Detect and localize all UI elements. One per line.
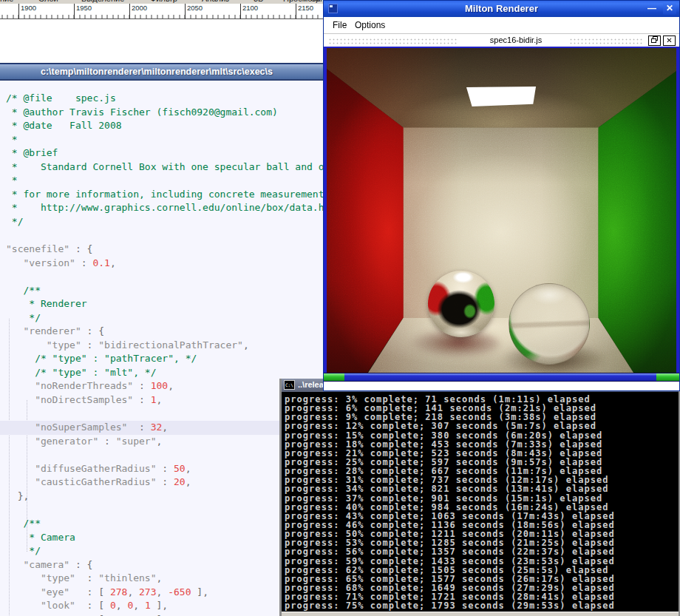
console-line: progress: 40% complete; 984 seconds (16m…	[285, 502, 615, 511]
code-line: "type" : "thinlens",	[6, 572, 323, 586]
console-line: progress: 15% complete; 380 seconds (6m:…	[285, 430, 615, 439]
editor-title: c:\temp\miltonrenderer\miltonrenderer\ml…	[41, 67, 323, 77]
console-line: progress: 21% complete; 523 seconds (8m:…	[285, 448, 615, 457]
code-line: "look" : [ 0, 0, 1 ],	[6, 599, 323, 613]
console-line: progress: 25% complete; 597 seconds (9m:…	[285, 457, 615, 466]
progress-segment-green	[656, 373, 679, 381]
code-line: * @brief	[6, 146, 323, 160]
console-line: progress: 59% complete; 1433 seconds (23…	[285, 556, 615, 565]
code-line: */	[6, 311, 323, 325]
background-menu-item[interactable]: Слой	[38, 0, 58, 3]
progress-segment-blue	[344, 373, 656, 381]
code-line: /* @file spec.js	[6, 92, 323, 106]
console-line: progress: 53% complete; 1285 seconds (21…	[285, 538, 615, 546]
code-line: "generator" : "super",	[6, 435, 323, 449]
milton-window: Milton Renderer — ✕ FileOptions spec16-b…	[323, 0, 680, 391]
console-line: progress: 56% complete; 1357 seconds (22…	[285, 546, 615, 555]
code-line: /* "type" : "pathTracer", */	[6, 352, 323, 366]
close-button[interactable]: ✕	[663, 2, 676, 15]
background-menu-item[interactable]: Анализ	[202, 0, 229, 3]
console-title: ..\relea	[298, 380, 324, 389]
console-line: progress: 43% complete; 1063 seconds (17…	[285, 511, 615, 520]
background-menu-item[interactable]: 3D	[254, 0, 264, 3]
code-line: /**	[6, 284, 323, 298]
menu-item-options[interactable]: Options	[355, 20, 385, 30]
ruler-label: 2050	[187, 4, 203, 12]
code-line: },	[6, 490, 323, 504]
code-line: "noRenderThreads" : 100,	[6, 379, 323, 393]
console-line: progress: 71% complete; 1721 seconds (28…	[285, 592, 615, 600]
render-frame	[324, 47, 679, 382]
console-line: progress: 50% complete; 1211 seconds (20…	[285, 529, 615, 538]
restore-icon[interactable]	[648, 35, 661, 46]
code-line: "diffuseGatherRadius" : 50,	[6, 462, 323, 476]
code-line: */	[6, 544, 323, 558]
code-line: /**	[6, 517, 323, 531]
code-line: "version" : 0.1,	[6, 257, 323, 271]
console-bottom-edge	[282, 612, 679, 616]
code-line	[6, 407, 323, 422]
console-line: progress: 75% complete; 1793 seconds (29…	[285, 600, 615, 609]
console-line: progress: 6% complete; 141 seconds (2m:2…	[285, 403, 615, 412]
milton-title: Milton Renderer	[324, 3, 679, 14]
console-line: progress: 18% complete; 453 seconds (7m:…	[285, 439, 615, 448]
code-line: * @author Travis Fischer (fisch0920@gmai…	[6, 106, 323, 120]
console-line: progress: 28% complete; 667 seconds (11m…	[285, 466, 615, 475]
code-area[interactable]: /* @file spec.js * @author Travis Fische…	[6, 92, 323, 616]
milton-tabbar: spec16-bidir.js ✕	[324, 34, 679, 47]
code-line: * for more information, including concre…	[6, 188, 323, 202]
tab-spec16-bidir[interactable]: spec16-bidir.js	[435, 35, 597, 44]
ruler-label: 2100	[242, 4, 258, 12]
ruler-label: 2000	[132, 4, 147, 12]
code-line: *	[6, 174, 323, 188]
code-line	[6, 229, 323, 243]
code-line	[6, 270, 323, 284]
ruler-label: 2150	[298, 4, 313, 12]
console-line: progress: 65% complete; 1577 seconds (26…	[285, 574, 615, 583]
desktop: ниеСлойВыделениеФильтрАнализ3DПросмотрОк…	[0, 0, 680, 616]
milton-menubar: FileOptions	[324, 17, 679, 34]
code-line	[6, 503, 323, 517]
code-line: /* "type" : "mlt", */	[6, 366, 323, 380]
code-line: "up" : [ 0, 1, 0 ],	[6, 613, 323, 616]
code-line: "causticGatherRadius" : 20,	[6, 475, 323, 490]
code-line: */	[6, 215, 323, 229]
background-menu-item[interactable]: Фильтр	[150, 0, 177, 3]
milton-titlebar[interactable]: Milton Renderer — ✕	[324, 1, 679, 17]
code-line: "camera" : {	[6, 558, 323, 572]
console-line: progress: 62% complete; 1505 seconds (25…	[285, 565, 615, 574]
code-line: * http://www.graphics.cornell.edu/online…	[6, 201, 323, 215]
console-line: progress: 3% complete; 71 seconds (1m:11…	[285, 394, 615, 403]
editor-titlebar[interactable]: c:\temp\miltonrenderer\miltonrenderer\ml…	[0, 64, 323, 81]
code-line: "scenefile" : {	[6, 243, 323, 257]
render-progress-bar	[324, 373, 679, 382]
background-menu-item[interactable]: ние	[0, 0, 13, 3]
console-line: progress: 12% complete; 307 seconds (5m:…	[285, 421, 615, 430]
code-line: "type" : "bidirectionalPathTracer",	[6, 339, 323, 353]
code-line: * Renderer	[6, 297, 323, 311]
tab-close-icon[interactable]: ✕	[663, 35, 676, 46]
code-line: "eye" : [ 278, 273, -650 ],	[6, 586, 323, 600]
console-line: progress: 9% complete; 218 seconds (3m:3…	[285, 412, 615, 421]
console-line: progress: 34% complete; 821 seconds (13m…	[285, 484, 615, 493]
code-line: * Standard Cornell Box with one specular…	[6, 160, 323, 175]
console-line: progress: 46% complete; 1136 seconds (18…	[285, 520, 615, 529]
minimize-button[interactable]: —	[645, 2, 659, 15]
code-line: * Camera	[6, 531, 323, 545]
code-line: "renderer" : {	[6, 325, 323, 339]
console-line: progress: 68% complete; 1649 seconds (27…	[285, 583, 615, 592]
console-line: progress: 31% complete; 737 seconds (12m…	[285, 475, 615, 484]
ruler-label: 1900	[21, 4, 36, 12]
progress-segment-green	[324, 373, 344, 381]
editor-window: c:\temp\miltonrenderer\miltonrenderer\ml…	[0, 63, 323, 616]
cmd-icon: C:\	[284, 380, 295, 390]
code-line: * @date Fall 2008	[6, 119, 323, 133]
code-line: "noDirectSamples" : 1,	[6, 393, 323, 407]
console-window: C:\ ..\relea progress: 3% complete; 71 s…	[279, 379, 680, 616]
code-line: *	[6, 133, 323, 147]
menu-item-file[interactable]: File	[333, 20, 347, 30]
code-line: "noSuperSamples" : 32,	[0, 421, 323, 435]
background-menu-item[interactable]: Выделение	[81, 0, 124, 3]
console-body[interactable]: progress: 3% complete; 71 seconds (1m:11…	[282, 392, 679, 612]
vignette	[327, 48, 676, 381]
